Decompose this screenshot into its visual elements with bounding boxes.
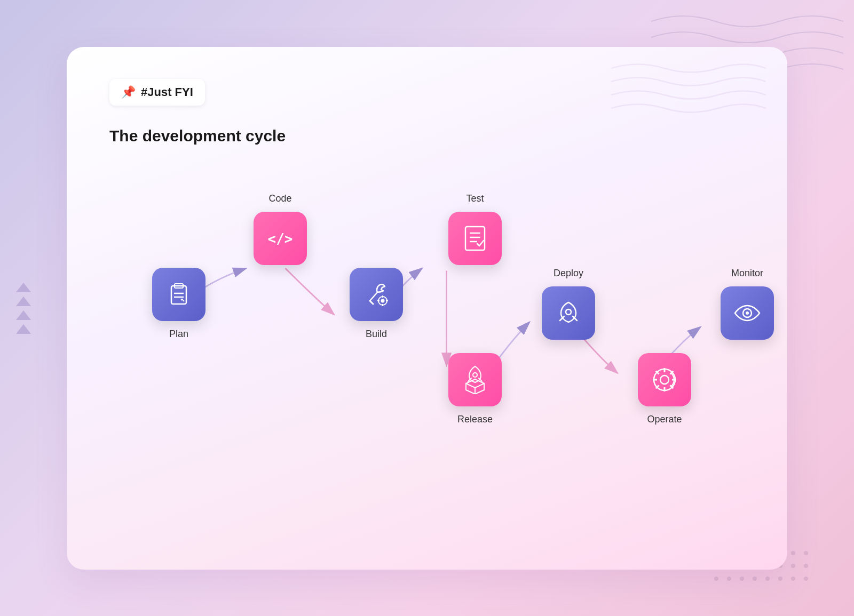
triangle-4 — [16, 324, 31, 334]
node-build: Build — [350, 268, 403, 340]
node-release: Release — [448, 353, 502, 425]
triangle-1 — [16, 283, 31, 292]
pin-icon: 📌 — [121, 85, 136, 99]
triangle-3 — [16, 310, 31, 320]
left-triangles-decoration — [16, 283, 31, 334]
node-box-release — [448, 353, 502, 406]
development-cycle-diagram: Plan Code </> — [109, 172, 745, 492]
label-release: Release — [457, 414, 493, 425]
label-plan: Plan — [169, 329, 188, 340]
eye-icon — [733, 302, 762, 324]
brand-badge: 📌 #Just FYI — [109, 79, 205, 106]
node-box-build — [350, 268, 403, 321]
svg-rect-15 — [465, 227, 485, 250]
node-box-deploy — [542, 286, 595, 340]
rocket-icon — [555, 299, 582, 327]
svg-point-33 — [746, 311, 749, 315]
node-monitor: Monitor — [721, 268, 774, 340]
checklist-icon — [462, 225, 488, 252]
label-code: Code — [268, 193, 291, 204]
main-card: 📌 #Just FYI The development cycle — [67, 47, 787, 570]
svg-point-21 — [566, 309, 571, 315]
wrench-icon — [362, 281, 390, 308]
node-deploy: Deploy — [542, 268, 595, 340]
svg-line-8 — [370, 301, 373, 304]
label-build: Build — [366, 329, 387, 340]
svg-text:</>: </> — [268, 231, 293, 247]
svg-point-10 — [381, 299, 385, 302]
svg-point-20 — [473, 373, 477, 377]
node-box-operate — [638, 353, 691, 406]
svg-point-23 — [660, 375, 669, 384]
triangle-2 — [16, 297, 31, 306]
node-box-test — [448, 212, 502, 265]
label-deploy: Deploy — [553, 268, 583, 279]
node-code: Code </> — [254, 193, 307, 265]
node-test: Test — [448, 193, 502, 265]
node-box-code: </> — [254, 212, 307, 265]
rocket-box-icon — [461, 365, 489, 394]
code-icon: </> — [267, 228, 294, 249]
label-test: Test — [466, 193, 484, 204]
label-monitor: Monitor — [731, 268, 763, 279]
card-waves-decoration — [606, 58, 766, 122]
page-title: The development cycle — [109, 127, 745, 145]
label-operate: Operate — [647, 414, 682, 425]
gear-cycle-icon — [650, 365, 679, 394]
node-operate: Operate — [638, 353, 691, 425]
node-box-plan — [152, 268, 205, 321]
node-plan: Plan — [152, 268, 205, 340]
brand-name: #Just FYI — [141, 85, 193, 99]
node-box-monitor — [721, 286, 774, 340]
clipboard-icon — [166, 282, 192, 307]
